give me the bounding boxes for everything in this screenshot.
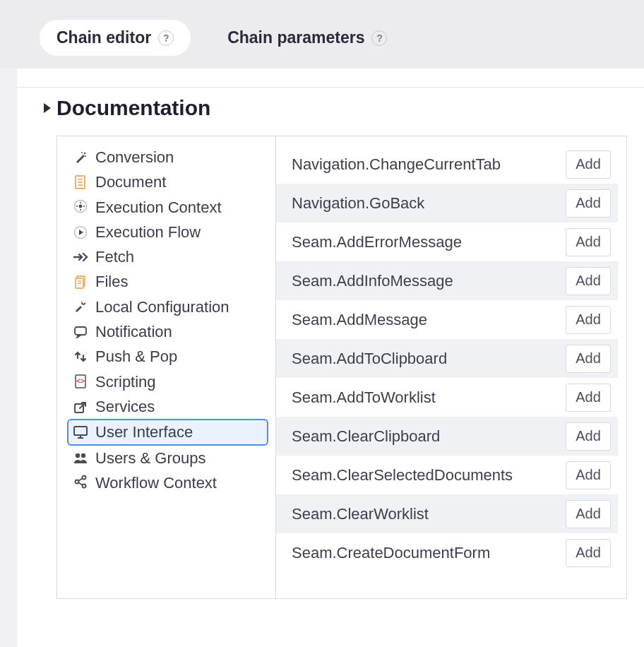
operation-name: Navigation.GoBack (292, 194, 557, 213)
section-title: Documentation (56, 96, 210, 120)
operation-name: Seam.AddMessage (292, 311, 557, 329)
section-header[interactable]: Documentation (17, 87, 644, 136)
category-local-configuration[interactable]: Local Configuration (67, 295, 268, 319)
svg-point-0 (84, 152, 86, 154)
files-icon (73, 274, 88, 290)
svg-point-8 (79, 204, 83, 208)
add-button[interactable]: Add (566, 189, 611, 218)
chat-icon (73, 324, 88, 340)
tabs-bar: Chain editor ? Chain parameters ? (0, 0, 644, 69)
category-label: Local Configuration (95, 298, 229, 316)
category-sidebar: ConversionDocumentExecution ContextExecu… (57, 136, 276, 598)
svg-rect-23 (74, 427, 87, 435)
pushpop-icon (73, 349, 88, 364)
svg-line-32 (78, 482, 83, 485)
content: Documentation ConversionDocumentExecutio… (17, 69, 644, 647)
operation-name: Seam.AddInfoMessage (292, 272, 557, 290)
users-icon (73, 450, 88, 465)
add-button[interactable]: Add (566, 500, 611, 528)
category-label: Push & Pop (95, 348, 177, 365)
svg-point-1 (81, 152, 83, 153)
tools-icon (73, 298, 88, 314)
category-label: Execution Context (95, 198, 222, 216)
tab-label: Chain editor (56, 28, 151, 47)
add-button[interactable]: Add (566, 267, 611, 295)
arrow-in-icon (73, 249, 88, 265)
expand-arrow-icon (44, 103, 51, 113)
svg-line-31 (78, 478, 83, 481)
operation-row: Navigation.ChangeCurrentTabAdd (276, 145, 618, 184)
category-label: Scripting (95, 373, 156, 391)
add-button[interactable]: Add (566, 539, 611, 567)
help-icon[interactable]: ? (371, 30, 387, 46)
svg-point-2 (85, 155, 86, 157)
operation-name: Seam.ClearSelectedDocuments (292, 466, 557, 485)
category-label: Conversion (95, 148, 174, 166)
doc-icon (73, 174, 88, 190)
share-box-icon (73, 399, 88, 415)
category-execution-context[interactable]: Execution Context (67, 195, 268, 220)
operation-name: Seam.AddToClipboard (292, 350, 557, 368)
category-notification[interactable]: Notification (67, 319, 268, 344)
category-label: Users & Groups (95, 449, 206, 467)
category-users-groups[interactable]: Users & Groups (67, 446, 268, 470)
operation-row: Navigation.GoBackAdd (276, 184, 618, 222)
category-conversion[interactable]: Conversion (67, 145, 268, 170)
add-button[interactable]: Add (566, 150, 611, 179)
svg-rect-19 (75, 327, 86, 335)
tab-label: Chain parameters (227, 28, 364, 47)
category-workflow-context[interactable]: Workflow Context (67, 470, 268, 495)
category-services[interactable]: Services (67, 394, 268, 419)
category-label: Execution Flow (95, 223, 201, 241)
category-label: Document (95, 173, 166, 191)
add-button[interactable]: Add (566, 306, 611, 334)
category-execution-flow[interactable]: Execution Flow (67, 220, 268, 244)
category-scripting[interactable]: <>Scripting (67, 369, 268, 394)
operation-row: Seam.CreateDocumentFormAdd (276, 533, 618, 572)
category-label: Files (95, 273, 128, 290)
svg-text:<>: <> (76, 377, 85, 385)
help-icon[interactable]: ? (158, 30, 174, 46)
category-push-pop[interactable]: Push & Pop (67, 344, 268, 369)
share-icon (73, 474, 88, 489)
add-button[interactable]: Add (566, 345, 611, 373)
category-user-interface[interactable]: User Interface (67, 419, 268, 445)
operation-row: Seam.AddErrorMessageAdd (276, 222, 618, 261)
category-label: Fetch (95, 248, 134, 266)
operation-row: Seam.ClearClipboardAdd (276, 417, 618, 456)
svg-point-27 (81, 453, 85, 458)
add-button[interactable]: Add (566, 384, 611, 412)
operation-row: Seam.AddToWorklistAdd (276, 378, 618, 417)
category-label: User Interface (95, 423, 193, 441)
operation-name: Navigation.ChangeCurrentTab (292, 155, 557, 174)
tab-chain-editor[interactable]: Chain editor ? (40, 20, 191, 56)
wand-icon (73, 150, 88, 165)
category-fetch[interactable]: Fetch (67, 244, 268, 269)
operation-row: Seam.ClearSelectedDocumentsAdd (276, 456, 618, 494)
operation-name: Seam.ClearWorklist (292, 505, 557, 523)
operation-row: Seam.ClearWorklistAdd (276, 494, 618, 533)
play-circle-icon (73, 225, 88, 240)
operation-name: Seam.AddToWorklist (292, 388, 557, 407)
category-document[interactable]: Document (67, 170, 268, 194)
category-files[interactable]: Files (67, 269, 268, 294)
category-label: Notification (95, 323, 172, 340)
add-button[interactable]: Add (566, 422, 611, 451)
gear-circle-icon (73, 198, 88, 214)
category-label: Workflow Context (95, 474, 217, 492)
operation-name: Seam.ClearClipboard (292, 427, 557, 446)
panel: ConversionDocumentExecution ContextExecu… (56, 136, 627, 599)
operation-row: Seam.AddInfoMessageAdd (276, 261, 618, 300)
operation-list: Navigation.ChangeCurrentTabAddNavigation… (276, 136, 626, 598)
add-button[interactable]: Add (566, 461, 611, 489)
operation-name: Seam.CreateDocumentForm (292, 544, 557, 562)
operation-row: Seam.AddToClipboardAdd (276, 339, 618, 378)
svg-point-26 (76, 453, 80, 458)
tab-chain-parameters[interactable]: Chain parameters ? (210, 20, 404, 56)
category-label: Services (95, 398, 155, 415)
add-button[interactable]: Add (566, 228, 611, 256)
code-doc-icon: <> (73, 374, 88, 389)
svg-marker-14 (79, 230, 83, 235)
operation-name: Seam.AddErrorMessage (292, 233, 557, 251)
monitor-icon (73, 425, 88, 440)
